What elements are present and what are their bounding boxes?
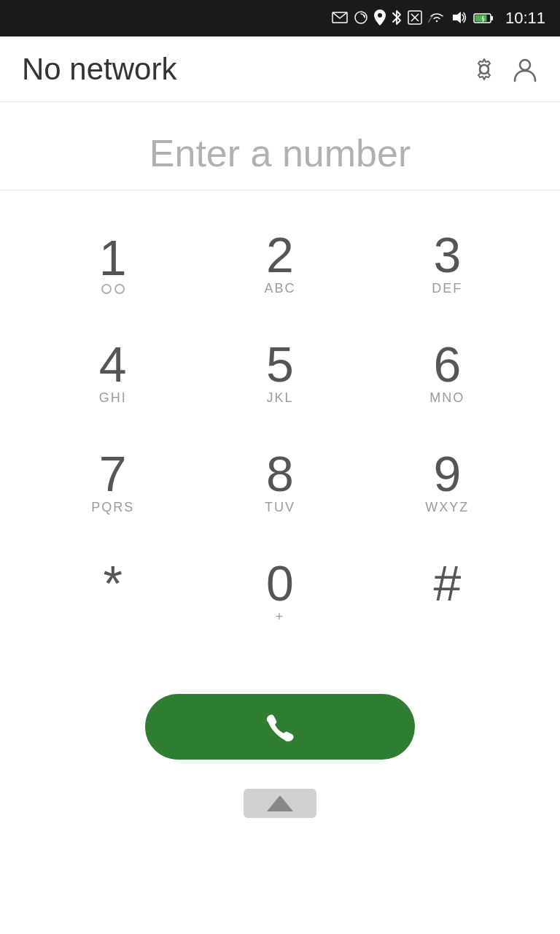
vm-circle-right (114, 284, 125, 294)
home-arrow-icon (267, 795, 293, 811)
dial-3-letters: DEF (432, 281, 462, 297)
svg-rect-10 (475, 15, 486, 22)
status-bar: 10:11 (0, 0, 560, 36)
number-display: Enter a number (0, 102, 560, 190)
account-button[interactable] (512, 56, 538, 82)
dialpad-row-4: * 0 + # (29, 541, 531, 643)
dial-0-letters: + (276, 609, 285, 625)
number-placeholder: Enter a number (22, 131, 538, 175)
nav-bar (0, 774, 560, 825)
battery-icon (473, 12, 494, 24)
dial-9-digit: 9 (433, 449, 461, 498)
dial-hash-button[interactable]: # (374, 541, 520, 643)
location-icon (374, 9, 386, 28)
dial-5-digit: 5 (266, 339, 294, 389)
dial-hash-digit: # (433, 558, 461, 608)
svg-rect-11 (491, 16, 493, 20)
dial-5-letters: JKL (266, 390, 293, 406)
volume-icon (451, 10, 467, 27)
call-button[interactable] (145, 694, 415, 760)
gear-icon (471, 56, 497, 82)
header-actions (471, 56, 538, 82)
svg-line-7 (428, 14, 434, 23)
dial-1-digit: 1 (99, 233, 127, 282)
phone-icon (264, 711, 296, 743)
dial-9-button[interactable]: 9 WXYZ (374, 431, 520, 533)
dial-2-digit: 2 (266, 230, 294, 279)
dial-8-button[interactable]: 8 TUV (207, 431, 353, 533)
dial-8-letters: TUV (265, 500, 295, 516)
dial-2-letters: ABC (264, 281, 295, 297)
svg-point-3 (378, 13, 382, 18)
dialpad: 1 2 ABC 3 DEF 4 GHI 5 JKL 6 MNO (0, 190, 560, 672)
dialpad-row-1: 1 2 ABC 3 DEF (29, 212, 531, 314)
mail-icon (332, 12, 348, 26)
status-icons: 10:11 (332, 9, 545, 28)
status-time: 10:11 (505, 9, 545, 28)
dial-5-button[interactable]: 5 JKL (207, 322, 353, 424)
x-icon (408, 10, 422, 27)
vm-circle-left (101, 284, 112, 294)
sync-icon (354, 10, 368, 27)
svg-point-16 (520, 60, 530, 70)
settings-button[interactable] (471, 56, 497, 82)
dial-6-letters: MNO (429, 390, 464, 406)
voicemail-icon (101, 284, 125, 294)
bluetooth-icon (392, 9, 402, 28)
svg-marker-8 (453, 12, 461, 23)
dial-8-digit: 8 (266, 449, 294, 498)
dial-6-button[interactable]: 6 MNO (374, 322, 520, 424)
page-title: No network (22, 52, 176, 87)
dial-7-digit: 7 (99, 449, 127, 498)
dial-star-digit: * (103, 558, 122, 608)
dialpad-row-3: 7 PQRS 8 TUV 9 WXYZ (29, 431, 531, 533)
dial-3-button[interactable]: 3 DEF (374, 212, 520, 314)
home-button[interactable] (244, 789, 316, 818)
dial-star-button[interactable]: * (40, 541, 186, 643)
person-icon (512, 56, 538, 82)
header: No network (0, 36, 560, 102)
dial-4-button[interactable]: 4 GHI (40, 322, 186, 424)
dial-4-digit: 4 (99, 339, 127, 389)
dial-6-digit: 6 (433, 339, 461, 389)
dial-3-digit: 3 (433, 230, 461, 279)
call-area (0, 672, 560, 774)
dial-9-letters: WXYZ (425, 500, 469, 516)
dial-2-button[interactable]: 2 ABC (207, 212, 353, 314)
dialpad-row-2: 4 GHI 5 JKL 6 MNO (29, 322, 531, 424)
dial-7-letters: PQRS (91, 500, 134, 516)
dial-0-digit: 0 (266, 558, 294, 608)
dial-7-button[interactable]: 7 PQRS (40, 431, 186, 533)
dial-1-button[interactable]: 1 (40, 212, 186, 314)
dial-0-button[interactable]: 0 + (207, 541, 353, 643)
dial-4-letters: GHI (99, 390, 127, 406)
wifi-icon (428, 11, 446, 26)
